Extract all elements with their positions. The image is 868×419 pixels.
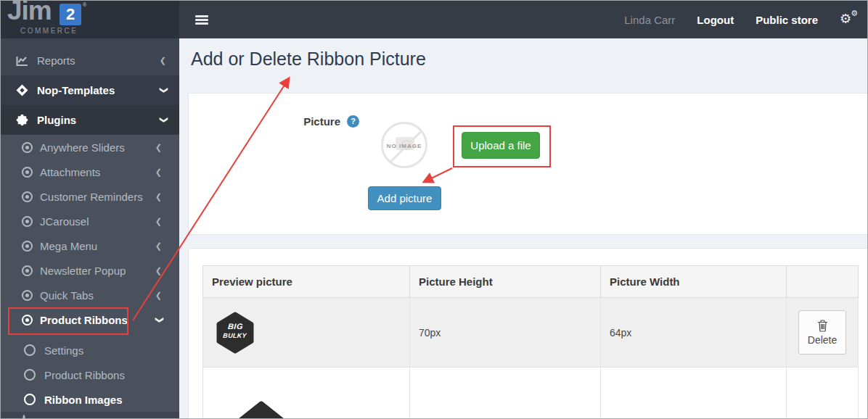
circle-icon [22, 344, 37, 356]
sidebar-item-label: Newsletter Popup [40, 265, 155, 277]
chevron-left-icon: ❮ [155, 242, 162, 250]
sidebar-item-label: Plugins [37, 114, 160, 126]
sidebar-item-label: Product Ribbons [40, 314, 155, 326]
topbar-right: Linda Carr Logout Public store ⚙⚙ [624, 11, 868, 28]
upload-file-button[interactable]: Upload a file [462, 132, 540, 159]
sidebar-item-settings[interactable]: Settings [1, 338, 179, 362]
sidebar-item-label: Attachments [40, 166, 155, 178]
cell-preview: BIG [203, 368, 410, 419]
header-preview-picture: Preview picture [203, 266, 410, 298]
no-image-text: NO IMAGE [383, 143, 425, 149]
dot-circle-icon [20, 216, 34, 227]
sidebar-menu: Reports ❮ Nop-Templates ❮ Plugins ❮ Anyw [1, 38, 179, 412]
sidebar-item-label: Customer Reminders [40, 191, 155, 203]
delete-button-label: Delete [808, 334, 837, 346]
app-logo[interactable]: Jim 2 ® COMMERCE [1, 1, 179, 38]
sidebar-item-label: Quick Tabs [40, 289, 155, 302]
chevron-down-icon: ❮ [159, 117, 167, 123]
dot-circle-icon [20, 290, 34, 301]
cell-picture-width [601, 368, 787, 419]
settings-gears-icon[interactable]: ⚙⚙ [840, 11, 857, 28]
topbar: Linda Carr Logout Public store ⚙⚙ [179, 1, 868, 38]
logo-text-jim: Jim [7, 0, 52, 26]
logo-badge-2: 2 [60, 4, 81, 25]
chevron-left-icon: ❮ [155, 217, 162, 225]
ribbon-badge-big-bulky: BIG BULKY [216, 312, 254, 354]
logo-text-commerce: COMMERCE [20, 27, 78, 35]
sidebar-item-attachments[interactable]: Attachments ❮ [1, 159, 179, 184]
dot-circle-icon [20, 241, 34, 252]
dot-circle-icon [20, 265, 34, 276]
sidebar-item-label: Reports [37, 54, 160, 67]
cell-preview: BIG BULKY [203, 298, 410, 368]
diamond-icon [14, 84, 30, 96]
sidebar-item-label: Settings [44, 344, 162, 357]
sidebar-item-newsletter-popup[interactable]: Newsletter Popup ❮ [1, 258, 179, 283]
chevron-down-icon: ❮ [155, 316, 163, 323]
ribbon-pictures-table: Preview picture Picture Height Picture W… [202, 265, 859, 419]
dot-circle-icon [20, 167, 34, 178]
puzzle-icon [14, 114, 30, 126]
sidebar-item-product-ribbons[interactable]: Product Ribbons ❮ [1, 307, 179, 332]
sidebar-item-jcarousel[interactable]: JCarousel ❮ [1, 209, 179, 233]
ribbon-badge-big: BIG [219, 401, 303, 419]
sidebar-item-label: Ribbon Images [44, 394, 162, 406]
sidebar-item-label: Mega Menu [40, 240, 155, 252]
page-title: Add or Delete Ribbon Picture [191, 49, 426, 70]
sidebar-item-plugins[interactable]: Plugins ❮ [1, 105, 179, 135]
picture-label: Picture [303, 115, 340, 128]
table-row: BIG [203, 368, 859, 419]
public-store-link[interactable]: Public store [756, 14, 818, 26]
sidebar-item-anywhere-sliders[interactable]: Anywhere Sliders ❮ [1, 135, 179, 159]
badge-text: BIG BULKY [216, 322, 255, 340]
circle-icon [22, 394, 37, 405]
sidebar-item-label: Product Ribbons [44, 369, 162, 381]
chevron-left-icon: ❮ [155, 267, 162, 275]
cell-actions: Delete [787, 298, 859, 368]
sidebar: Jim 2 ® COMMERCE Reports ❮ Nop-Templates… [1, 1, 179, 419]
dot-circle-icon [20, 315, 34, 325]
chevron-down-icon: ❮ [159, 87, 167, 94]
chevron-left-icon: ❮ [155, 168, 162, 176]
circle-icon [22, 415, 25, 419]
sidebar-item-partial[interactable] [22, 416, 25, 419]
menu-toggle-icon[interactable] [195, 14, 208, 26]
dot-circle-icon [20, 142, 34, 153]
sidebar-item-ribbon-images[interactable]: Ribbon Images [1, 387, 179, 412]
header-picture-height: Picture Height [410, 266, 601, 298]
add-picture-button[interactable]: Add picture [368, 186, 441, 210]
sidebar-item-quick-tabs[interactable]: Quick Tabs ❮ [1, 283, 179, 307]
circle-icon [22, 369, 37, 381]
delete-button[interactable]: Delete [798, 310, 846, 354]
table-header-row: Preview picture Picture Height Picture W… [203, 266, 859, 298]
sidebar-item-nop-templates[interactable]: Nop-Templates ❮ [1, 75, 179, 105]
picture-form-panel [188, 93, 868, 235]
dot-circle-icon [20, 191, 34, 202]
help-question-icon[interactable]: ? [347, 115, 359, 128]
logout-link[interactable]: Logout [697, 14, 734, 26]
cell-actions [787, 368, 859, 419]
user-name: Linda Carr [624, 14, 675, 26]
logo-registered-mark: ® [83, 2, 86, 7]
sidebar-item-reports[interactable]: Reports ❮ [1, 46, 179, 75]
sidebar-item-label: JCarousel [40, 215, 155, 228]
submenu-spacer [1, 332, 179, 338]
cell-picture-width: 64px [601, 298, 787, 368]
cell-picture-height [410, 368, 601, 419]
sidebar-item-label: Anywhere Sliders [40, 141, 155, 154]
header-picture-width: Picture Width [601, 266, 787, 298]
chevron-left-icon: ❮ [155, 144, 162, 152]
sidebar-item-product-ribbons-sub[interactable]: Product Ribbons [1, 362, 179, 387]
chevron-left-icon: ❮ [155, 193, 162, 201]
trash-icon [817, 320, 828, 332]
table-row: BIG BULKY 70px 64px Delete [203, 298, 859, 368]
chevron-left-icon: ❮ [155, 291, 162, 299]
sidebar-item-mega-menu[interactable]: Mega Menu ❮ [1, 233, 179, 258]
sidebar-item-customer-reminders[interactable]: Customer Reminders ❮ [1, 184, 179, 209]
line-chart-icon [14, 55, 30, 67]
no-image-placeholder: NO IMAGE [381, 122, 427, 168]
app-window: Jim 2 ® COMMERCE Reports ❮ Nop-Templates… [0, 0, 868, 419]
chevron-left-icon: ❮ [160, 57, 166, 65]
cell-picture-height: 70px [410, 298, 601, 368]
sidebar-item-label: Nop-Templates [37, 84, 160, 96]
